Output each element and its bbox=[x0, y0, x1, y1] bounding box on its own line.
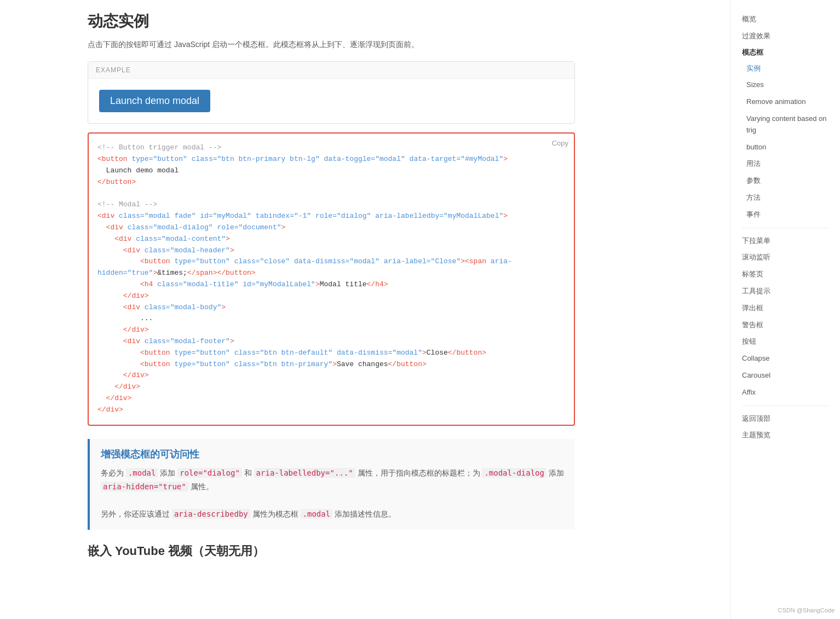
sidebar-item-back-to-top[interactable]: 返回顶部 bbox=[731, 410, 840, 427]
accessibility-body: 务必为 .modal 添加 role="dialog" 和 aria-label… bbox=[101, 466, 564, 522]
sidebar-item-alert[interactable]: 警告框 bbox=[731, 317, 840, 334]
sidebar-divider-2 bbox=[742, 406, 829, 406]
launch-demo-modal-button[interactable]: Launch demo modal bbox=[99, 90, 210, 112]
sidebar-item-usage[interactable]: 用法 bbox=[731, 155, 840, 172]
sidebar-item-affix[interactable]: Affix bbox=[731, 384, 840, 401]
sidebar: 概览 过渡效果 模态框 实例 Sizes Remove animation Va… bbox=[730, 0, 840, 583]
code-content: <!-- Button trigger modal --> <button ty… bbox=[97, 142, 565, 415]
sidebar-item-varying-content[interactable]: Varying content based on trig bbox=[731, 111, 840, 139]
accessibility-title: 增强模态框的可访问性 bbox=[101, 448, 564, 461]
sidebar-item-modal[interactable]: 模态框 bbox=[731, 45, 840, 60]
sidebar-item-remove-animation[interactable]: Remove animation bbox=[731, 94, 840, 111]
sidebar-item-dropdown[interactable]: 下拉菜单 bbox=[731, 233, 840, 250]
sidebar-item-collapse[interactable]: Collapse bbox=[731, 350, 840, 367]
sidebar-item-tooltip[interactable]: 工具提示 bbox=[731, 283, 840, 300]
page-title: 动态实例 bbox=[88, 11, 575, 32]
sidebar-item-params[interactable]: 参数 bbox=[731, 172, 840, 189]
sidebar-item-carousel[interactable]: Carousel bbox=[731, 367, 840, 384]
youtube-section-title: 嵌入 YouTube 视频（天朝无用） bbox=[88, 543, 575, 559]
sidebar-item-button-comp[interactable]: 按钮 bbox=[731, 333, 840, 350]
accessibility-note-box: 增强模态框的可访问性 务必为 .modal 添加 role="dialog" 和… bbox=[88, 439, 575, 530]
page-subtitle: 点击下面的按钮即可通过 JavaScript 启动一个模态框。此模态框将从上到下… bbox=[88, 38, 575, 50]
sidebar-item-popover[interactable]: 弹出框 bbox=[731, 300, 840, 317]
example-label: EXAMPLE bbox=[88, 62, 574, 79]
sidebar-item-methods[interactable]: 方法 bbox=[731, 189, 840, 206]
sidebar-item-transition[interactable]: 过渡效果 bbox=[731, 28, 840, 45]
sidebar-item-events[interactable]: 事件 bbox=[731, 206, 840, 223]
sidebar-item-shili[interactable]: 实例 bbox=[731, 60, 840, 77]
sidebar-item-tabs[interactable]: 标签页 bbox=[731, 266, 840, 283]
example-box: EXAMPLE Launch demo modal bbox=[88, 61, 575, 124]
sidebar-item-scrollspy[interactable]: 滚动监听 bbox=[731, 249, 840, 266]
sidebar-divider-1 bbox=[742, 228, 829, 228]
copy-button[interactable]: Copy bbox=[552, 139, 568, 147]
main-content: 动态实例 点击下面的按钮即可通过 JavaScript 启动一个模态框。此模态框… bbox=[0, 0, 597, 583]
example-body: Launch demo modal bbox=[88, 79, 574, 123]
sidebar-item-sizes[interactable]: Sizes bbox=[731, 77, 840, 94]
code-block: Copy <!-- Button trigger modal --> <butt… bbox=[88, 132, 575, 425]
sidebar-item-button[interactable]: button bbox=[731, 139, 840, 156]
sidebar-item-theme-preview[interactable]: 主题预览 bbox=[731, 427, 840, 444]
sidebar-item-overview[interactable]: 概览 bbox=[731, 11, 840, 28]
